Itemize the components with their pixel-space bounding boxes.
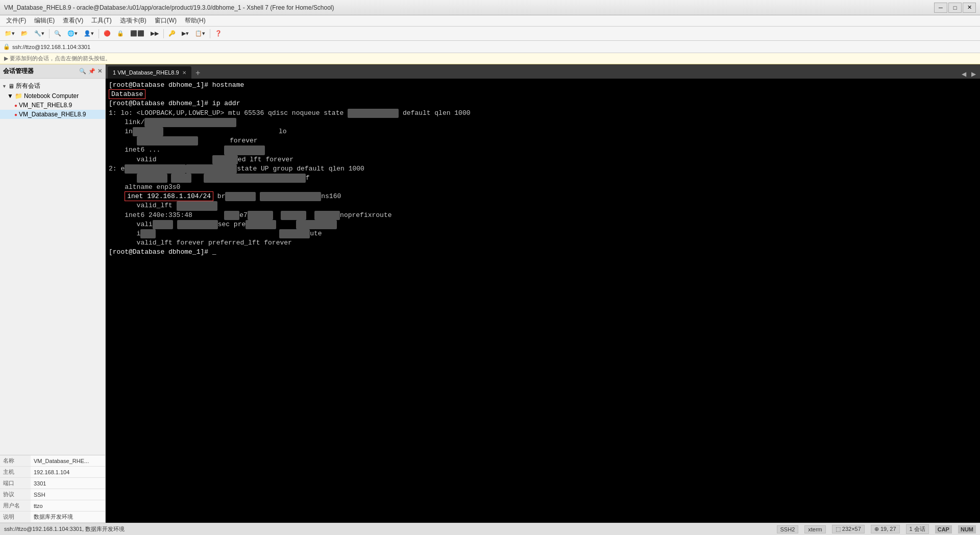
tree-folder-notebook[interactable]: ▼ 📁 Notebook Computer <box>0 91 105 101</box>
address-bar: 🔒 ssh://ttzo@192.168.1.104:3301 <box>0 41 980 53</box>
toolbar-btn-1[interactable]: 🔧▾ <box>32 28 47 39</box>
terminal-line-10: 2: e state UP group default qlen 1000 <box>109 164 977 174</box>
sidebar-search-icon[interactable]: 🔍 <box>79 68 86 75</box>
property-label: 说明 <box>0 512 31 523</box>
properties-panel: 名称VM_Database_RHE...主机192.168.1.104端口330… <box>0 455 105 523</box>
toolbar-btn-9[interactable]: ▶▾ <box>179 28 191 39</box>
sidebar: 会话管理器 🔍 📌 ✕ ▼ 🖥 所有会话 ▼ 📁 Notebook Comput… <box>0 64 106 523</box>
tab-close-icon[interactable]: ✕ <box>182 70 186 76</box>
terminal-line-13: inet 192.168.1.104/24 br ns160 <box>109 192 977 201</box>
open-button[interactable]: 📂 <box>18 28 31 39</box>
property-row: 名称VM_Database_RHE... <box>0 455 105 467</box>
terminal-line-2: Database <box>109 90 977 99</box>
new-tab-button[interactable]: + <box>192 67 204 79</box>
toolbar-separator-3 <box>163 29 164 38</box>
status-left: ssh://ttzo@192.168.1.104:3301, 数据库开发环境 <box>4 525 125 533</box>
session-tree: ▼ 🖥 所有会话 ▼ 📁 Notebook Computer ● VM_NET_… <box>0 79 105 455</box>
sidebar-item-vm-db[interactable]: ● VM_Database_RHEL8.9 <box>0 110 105 119</box>
folder-icon: 📁 <box>15 92 22 100</box>
property-value: 3301 <box>31 478 105 489</box>
connection-dot-icon-2: ● <box>14 112 17 117</box>
folder-label: Notebook Computer <box>24 92 79 100</box>
notice-arrow-icon: ▶ <box>4 55 8 62</box>
tab-nav-buttons: ◀ ▶ <box>960 69 978 79</box>
terminal-line-8: inet6 ... <box>109 145 977 155</box>
tab-vm-database[interactable]: 1 VM_Database_RHEL8.9 ✕ <box>108 66 191 79</box>
toolbar-btn-6[interactable]: ⬛⬛ <box>128 28 147 39</box>
tab-prev-icon[interactable]: ◀ <box>960 69 968 79</box>
menu-help[interactable]: 帮助(H) <box>181 15 210 26</box>
toolbar-btn-10[interactable]: 📋▾ <box>192 28 208 39</box>
terminal-line-14: valid_lft <box>109 201 977 210</box>
root-arrow-icon: ▼ <box>2 84 7 89</box>
status-pos-label: ⊕ 19, 27 <box>871 525 900 533</box>
terminal-line-1: [root@Database dbhome_1]# hostname <box>109 81 977 90</box>
status-bar: ssh://ttzo@192.168.1.104:3301, 数据库开发环境 S… <box>0 523 980 535</box>
sidebar-item-label-vm-db: VM_Database_RHEL8.9 <box>19 111 86 118</box>
toolbar-btn-7[interactable]: ▶▶ <box>148 28 161 39</box>
toolbar-btn-5[interactable]: 🔒 <box>114 28 127 39</box>
sidebar-header-controls: 🔍 📌 ✕ <box>79 68 102 75</box>
toolbar-btn-8[interactable]: 🔑 <box>166 28 178 39</box>
tab-bar: 1 VM_Database_RHEL8.9 ✕ + ◀ ▶ <box>106 64 980 79</box>
terminal-line-16: vali sec pre <box>109 220 977 229</box>
sidebar-item-vm-net[interactable]: ● VM_NET_RHEL8.9 <box>0 101 105 110</box>
sidebar-title: 会话管理器 <box>3 67 34 76</box>
menu-view[interactable]: 查看(V) <box>59 15 87 26</box>
menu-window[interactable]: 窗口(W) <box>151 15 181 26</box>
sidebar-pin-icon[interactable]: 📌 <box>88 68 95 75</box>
terminal-content[interactable]: [root@Database dbhome_1]# hostname Datab… <box>106 79 980 523</box>
property-label: 名称 <box>0 455 31 467</box>
terminal-line-11: f <box>109 174 977 183</box>
terminal-line-18: valid_lft forever preferred_lft forever <box>109 238 977 248</box>
tree-root-all-sessions[interactable]: ▼ 🖥 所有会话 <box>0 81 105 91</box>
status-size-label: ⬚ 232×57 <box>832 525 865 533</box>
status-sessions-label: 1 会话 <box>906 524 929 534</box>
toolbar: 📁▾ 📂 🔧▾ 🔍 🌐▾ 👤▾ 🔴 🔒 ⬛⬛ ▶▶ 🔑 ▶▾ 📋▾ ❓ <box>0 27 980 41</box>
toolbar-btn-4[interactable]: 🔴 <box>101 28 113 39</box>
main-content: 会话管理器 🔍 📌 ✕ ▼ 🖥 所有会话 ▼ 📁 Notebook Comput… <box>0 64 980 523</box>
tab-next-icon[interactable]: ▶ <box>969 69 978 79</box>
terminal-line-6: in lo <box>109 127 977 136</box>
terminal-line-15: inet6 240e:335:48 e7 noprefixroute <box>109 211 977 220</box>
title-bar: VM_Database_RHEL8.9 - oracle@Database:/u… <box>0 0 980 15</box>
search-button[interactable]: 🔍 <box>52 28 64 39</box>
sidebar-header: 会话管理器 🔍 📌 ✕ <box>0 64 105 79</box>
terminal-area: 1 VM_Database_RHEL8.9 ✕ + ◀ ▶ [root@Data… <box>106 64 980 523</box>
property-value: SSH <box>31 489 105 500</box>
property-row: 主机192.168.1.104 <box>0 467 105 478</box>
title-text: VM_Database_RHEL8.9 - oracle@Database:/u… <box>4 4 334 11</box>
toolbar-btn-2[interactable]: 🌐▾ <box>65 28 80 39</box>
menu-tabs[interactable]: 选项卡(B) <box>116 15 151 26</box>
sidebar-close-icon[interactable]: ✕ <box>97 68 102 75</box>
lock-icon: 🔒 <box>3 43 10 50</box>
help-button[interactable]: ❓ <box>212 28 225 39</box>
close-button[interactable]: ✕ <box>963 3 976 13</box>
address-text: ssh://ttzo@192.168.1.104:3301 <box>12 44 90 50</box>
status-right: SSH2 xterm ⬚ 232×57 ⊕ 19, 27 1 会话 CAP NU… <box>777 524 976 534</box>
property-value: 数据库开发环境 <box>31 512 105 523</box>
minimize-button[interactable]: ─ <box>934 3 947 13</box>
menu-tools[interactable]: 工具(T) <box>87 15 115 26</box>
folder-arrow-icon: ▼ <box>7 92 13 100</box>
property-label: 用户名 <box>0 500 31 512</box>
property-row: 协议SSH <box>0 489 105 500</box>
status-num-label: NUM <box>958 525 976 533</box>
toolbar-separator-1 <box>49 29 50 38</box>
window-controls: ─ □ ✕ <box>934 3 976 13</box>
menu-edit[interactable]: 编辑(E) <box>30 15 59 26</box>
status-xterm-label: xterm <box>804 525 826 533</box>
terminal-line-12: altname enp3s0 <box>109 183 977 192</box>
property-row: 用户名ttzo <box>0 500 105 512</box>
terminal-line-9: valid ed lft forever <box>109 155 977 164</box>
terminal-line-17: i ute <box>109 229 977 238</box>
new-session-button[interactable]: 📁▾ <box>2 28 17 39</box>
root-folder-icon: 🖥 <box>8 83 14 90</box>
toolbar-btn-3[interactable]: 👤▾ <box>81 28 96 39</box>
property-value: 192.168.1.104 <box>31 467 105 478</box>
maximize-button[interactable]: □ <box>948 3 962 13</box>
property-label: 主机 <box>0 467 31 478</box>
menu-file[interactable]: 文件(F) <box>2 15 30 26</box>
terminal-line-19: [root@Database dbhome_1]# _ <box>109 248 977 257</box>
property-value: VM_Database_RHE... <box>31 455 105 467</box>
